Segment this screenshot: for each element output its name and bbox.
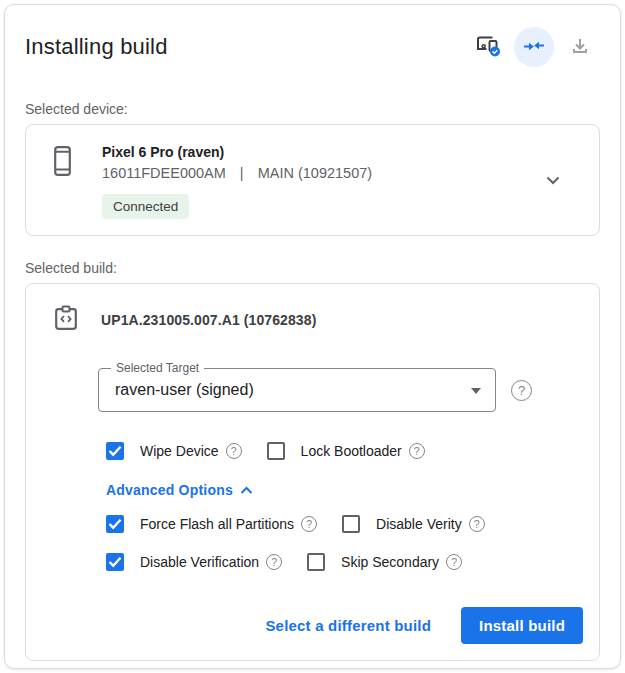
phone-icon <box>54 144 71 179</box>
download-icon <box>570 36 590 59</box>
page-title: Installing build <box>25 34 168 60</box>
option-label: Wipe Device <box>140 443 219 459</box>
target-help-icon[interactable]: ? <box>511 380 532 401</box>
option-label: Force Flash all Partitions <box>140 516 294 532</box>
devices-verified-button[interactable] <box>468 27 508 67</box>
advanced-options-toggle[interactable]: Advanced Options <box>98 482 253 498</box>
selected-device-label: Selected device: <box>25 101 600 117</box>
options-row-1: Wipe Device ? Lock Bootloader ? <box>98 442 583 460</box>
selected-target-label: Selected Target <box>111 361 204 375</box>
download-build-button[interactable] <box>560 27 600 67</box>
device-build-info: MAIN (10921507) <box>258 165 372 181</box>
lock-bootloader-help-icon[interactable]: ? <box>409 443 425 459</box>
toolbar <box>468 27 600 67</box>
advanced-row-1: Force Flash all Partitions ? Disable Ver… <box>98 515 583 533</box>
wipe-device-help-icon[interactable]: ? <box>226 443 242 459</box>
option-force-flash[interactable]: Force Flash all Partitions ? <box>106 515 317 533</box>
selected-build-card: UP1A.231005.007.A1 (10762838) Selected T… <box>25 283 600 661</box>
option-label: Lock Bootloader <box>301 443 402 459</box>
disable-verification-help-icon[interactable]: ? <box>266 554 282 570</box>
option-disable-verification[interactable]: Disable Verification ? <box>106 553 282 571</box>
status-badge: Connected <box>102 194 189 219</box>
disable-verity-checkbox[interactable] <box>342 515 360 533</box>
devices-verified-icon <box>475 33 502 61</box>
selected-target-select[interactable]: Selected Target raven-user (signed) <box>98 368 496 412</box>
option-lock-bootloader[interactable]: Lock Bootloader ? <box>267 442 425 460</box>
force-flash-checkbox[interactable] <box>106 515 124 533</box>
force-flash-help-icon[interactable]: ? <box>301 516 317 532</box>
merge-arrows-icon <box>523 38 545 57</box>
lock-bootloader-checkbox[interactable] <box>267 442 285 460</box>
target-row: Selected Target raven-user (signed) ? <box>98 368 583 412</box>
action-buttons: Select a different build Install build <box>54 607 583 644</box>
installing-build-dialog: Installing build <box>4 4 621 669</box>
selected-build-label: Selected build: <box>25 260 600 276</box>
wipe-device-checkbox[interactable] <box>106 442 124 460</box>
build-header: UP1A.231005.007.A1 (10762838) <box>54 305 583 334</box>
skip-secondary-help-icon[interactable]: ? <box>446 554 462 570</box>
device-name: Pixel 6 Pro (raven) <box>102 144 372 160</box>
select-caret-icon <box>471 388 481 394</box>
disable-verity-help-icon[interactable]: ? <box>469 516 485 532</box>
build-options: Selected Target raven-user (signed) ? Wi… <box>98 368 583 571</box>
select-different-build-button[interactable]: Select a different build <box>265 617 431 634</box>
option-skip-secondary[interactable]: Skip Secondary ? <box>307 553 462 571</box>
advanced-options-label: Advanced Options <box>106 482 233 498</box>
selected-target-value: raven-user (signed) <box>115 381 254 399</box>
option-label: Disable Verification <box>140 554 259 570</box>
dialog-header: Installing build <box>25 5 600 67</box>
reconnect-device-button[interactable] <box>514 27 554 67</box>
advanced-row-2: Disable Verification ? Skip Secondary ? <box>98 553 583 571</box>
skip-secondary-checkbox[interactable] <box>307 553 325 571</box>
option-wipe-device[interactable]: Wipe Device ? <box>106 442 242 460</box>
disable-verification-checkbox[interactable] <box>106 553 124 571</box>
option-label: Disable Verity <box>376 516 462 532</box>
install-build-button[interactable]: Install build <box>461 607 583 644</box>
build-id: UP1A.231005.007.A1 (10762838) <box>101 312 316 328</box>
selected-device-card[interactable]: Pixel 6 Pro (raven) 16011FDEE000AM|MAIN … <box>25 124 600 236</box>
chevron-up-icon <box>240 486 253 495</box>
build-code-icon <box>54 305 78 334</box>
chevron-down-icon[interactable] <box>541 168 579 195</box>
device-meta: 16011FDEE000AM|MAIN (10921507) <box>102 165 372 181</box>
device-meta-separator: | <box>240 165 244 181</box>
option-label: Skip Secondary <box>341 554 439 570</box>
option-disable-verity[interactable]: Disable Verity ? <box>342 515 485 533</box>
device-info: Pixel 6 Pro (raven) 16011FDEE000AM|MAIN … <box>102 144 372 219</box>
device-serial: 16011FDEE000AM <box>102 165 226 181</box>
